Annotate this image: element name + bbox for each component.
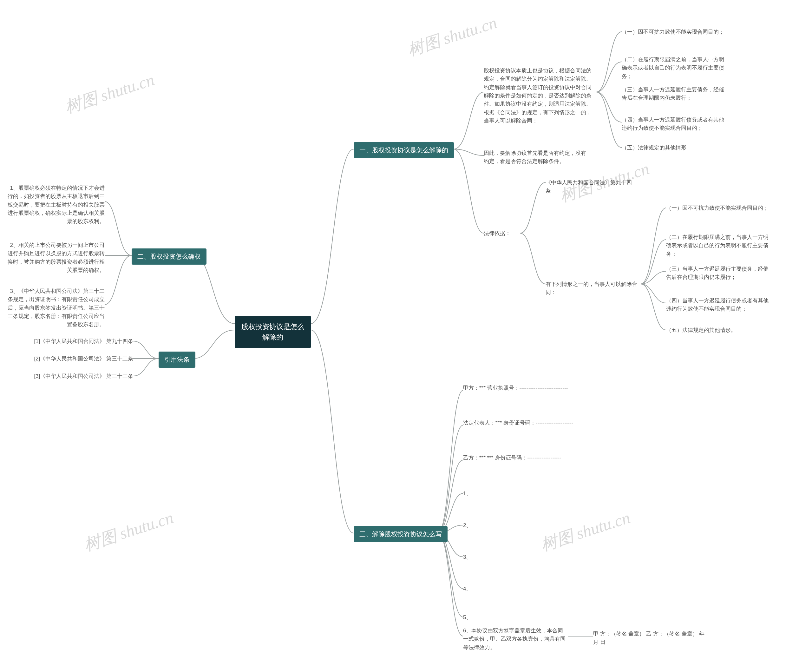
b1a-item-3: （三）当事人一方迟延履行主要债务，经催告后在合理期限内仍未履行； — [622, 86, 727, 102]
b1c-head: 法律依据： — [484, 229, 519, 238]
b3-item-5: 5、 — [463, 613, 482, 622]
watermark: 树图 shutu.cn — [81, 507, 176, 557]
b3-item-3: 3、 — [463, 553, 482, 561]
b2-item-2: 2、相关的上市公司要被另一间上市公司进行并购且进行以换股的方式进行股票转换时，被… — [5, 241, 105, 274]
branch-4[interactable]: 引用法条 — [159, 352, 195, 368]
b4-law-1: [1]《中华人民共和国合同法》 第九十四条 — [32, 337, 133, 346]
watermark: 树图 shutu.cn — [405, 12, 499, 61]
b1a-item-1: （一）因不可抗力致使不能实现合同目的； — [622, 28, 727, 36]
b3-item-1: 1、 — [463, 489, 482, 498]
branch-2[interactable]: 二、股权投资怎么确权 — [132, 248, 206, 265]
b4-law-2: [2]《中华人民共和国公司法》 第三十二条 — [32, 355, 133, 363]
b3-item-6: 6、本协议由双方签字盖章后生效，本合同一式贰份，甲、乙双方各执壹份，均具有同等法… — [463, 627, 568, 652]
b1c-item-2: （二）在履行期限届满之前，当事人一方明确表示或者以自己的行为表明不履行主要债务； — [666, 233, 771, 258]
b1c-law: 《中华人民共和国合同法》第九十四条 — [546, 179, 634, 196]
b1a-item-2: （二）在履行期限届满之前，当事人一方明确表示或者以自己的行为表明不履行主要债务； — [622, 55, 727, 81]
b4-law-3: [3]《中华人民共和国公司法》 第三十三条 — [32, 372, 133, 381]
b1a-item-5: （五）法律规定的其他情形。 — [622, 144, 727, 152]
b2-item-3: 3、《中华人民共和国公司法》第三十二条规定，出资证明书：有限责任公司成立后，应当… — [5, 287, 105, 329]
b3-legal-rep: 法定代表人：*** 身份证号码：--------------------- — [463, 419, 577, 427]
branch-3[interactable]: 三、解除股权投资协议怎么写 — [354, 526, 447, 542]
b2-item-1: 1、股票确权必须在特定的情况下才会进行的，如投资者的股票从主板退市后到三板交易时… — [5, 184, 105, 226]
b1c-item-5: （五）法律规定的其他情形。 — [666, 326, 771, 335]
b1a-intro: 股权投资协议本质上也是协议，根据合同法的规定，合同的解除分为约定解除和法定解除。… — [484, 67, 596, 125]
branch-1[interactable]: 一、股权投资协议是怎么解除的 — [354, 142, 454, 158]
b1c-item-1: （一）因不可抗力致使不能实现合同目的； — [666, 204, 771, 212]
b1a-item-4: （四）当事人一方迟延履行债务或者有其他违约行为致使不能实现合同目的； — [622, 116, 727, 133]
b1b-summary: 因此，要解除协议首先看是否有约定，没有约定，看是否符合法定解除条件。 — [484, 149, 588, 166]
b3-party-a: 甲方：*** 营业执照号：--------------------------- — [463, 384, 577, 392]
b1c-item-4: （四）当事人一方迟延履行债务或者有其他违约行为致使不能实现合同目的； — [666, 297, 771, 314]
root-node[interactable]: 股权投资协议是怎么解除的 — [235, 316, 311, 348]
b3-party-b: 乙方：*** *** 身份证号码：------------------- — [463, 454, 577, 462]
watermark: 树图 shutu.cn — [538, 507, 633, 557]
b3-item-2: 2、 — [463, 521, 482, 529]
b1c-item-3: （三）当事人一方迟延履行主要债务，经催告后在合理期限内仍未履行； — [666, 265, 771, 282]
watermark: 树图 shutu.cn — [62, 69, 157, 119]
b3-item-4: 4、 — [463, 585, 482, 593]
b3-signatures: 甲 方：（签名 盖章） 乙 方：（签名 盖章） 年 月 日 — [593, 630, 707, 647]
b1c-list-head: 有下列情形之一的，当事人可以解除合同： — [546, 280, 641, 297]
